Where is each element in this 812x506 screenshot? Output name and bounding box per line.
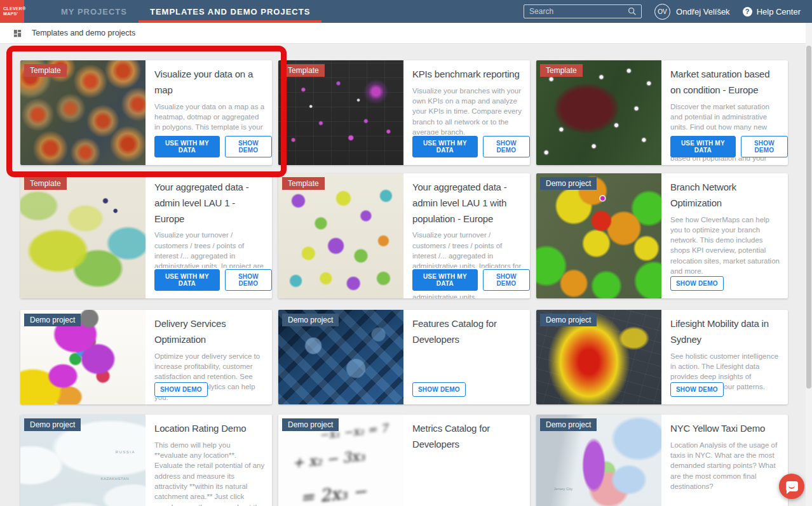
- card-actions: SHOW DEMO: [412, 381, 466, 397]
- card-badge: Demo project: [540, 177, 597, 190]
- card-actions: SHOW DEMO: [670, 275, 724, 291]
- search-input[interactable]: [528, 6, 627, 17]
- dashboard-icon[interactable]: [13, 29, 22, 38]
- card-badge: Demo project: [24, 314, 81, 326]
- help-center-link[interactable]: ? Help Center: [743, 7, 801, 17]
- project-thumbnail-delivery-zones: Demo project: [20, 310, 145, 404]
- project-card[interactable]: Demo projectLifesight Mobility data in S…: [536, 310, 788, 404]
- show-demo-button[interactable]: SHOW DEMO: [225, 136, 272, 157]
- project-card[interactable]: Demo projectBranch Network OptimizationS…: [536, 173, 788, 298]
- scrollbar-thumb[interactable]: [806, 46, 811, 389]
- project-thumbnail-hexagon-satellite: Demo project: [536, 173, 661, 298]
- project-card[interactable]: TemplateVisualize your data on a mapVisu…: [20, 60, 272, 165]
- card-actions: USE WITH MY DATASHOW DEMO: [670, 135, 788, 157]
- project-card[interactable]: Demo projectDelivery Services Optimizati…: [20, 310, 272, 404]
- project-card[interactable]: TemplateYour aggregated data - admin lev…: [20, 173, 272, 298]
- card-actions: USE WITH MY DATASHOW DEMO: [154, 268, 272, 291]
- card-content: Features Catalog for DevelopersSHOW DEMO: [403, 310, 530, 404]
- card-content: Metrics Catalog for Developers: [403, 415, 530, 506]
- project-card[interactable]: Demo projectJersey CityNYC Yellow Taxi D…: [536, 415, 788, 506]
- show-demo-button[interactable]: SHOW DEMO: [741, 136, 788, 157]
- card-title: Your aggregated data - admin level LAU 1…: [154, 180, 266, 227]
- project-thumbnail-heatmap-satellite: Template: [20, 60, 145, 165]
- card-badge: Demo project: [540, 418, 597, 431]
- show-demo-button[interactable]: SHOW DEMO: [154, 382, 208, 397]
- use-with-my-data-button[interactable]: USE WITH MY DATA: [412, 269, 478, 291]
- project-thumbnail-lego-photo: Demo project: [278, 310, 403, 404]
- card-title: Your aggregated data - admin level LAU 1…: [412, 180, 524, 227]
- thumbnail-map-label: KAZAKHSTAN: [100, 477, 129, 481]
- use-with-my-data-button[interactable]: USE WITH MY DATA: [412, 136, 478, 157]
- card-content: Visualize your data on a mapVisualize yo…: [145, 60, 272, 165]
- card-actions: USE WITH MY DATASHOW DEMO: [412, 135, 530, 157]
- thumbnail-map-label: + x₂ − 3x₃: [292, 448, 365, 471]
- card-badge: Demo project: [282, 314, 339, 326]
- card-title: Branch Network Optimization: [670, 180, 782, 211]
- tab-templates-and-demo-projects[interactable]: TEMPLATES AND DEMO PROJECTS: [139, 0, 321, 23]
- thumbnail-map-label: Jersey City: [554, 487, 573, 491]
- card-content: Location Rating DemoThis demo will help …: [145, 415, 272, 506]
- card-title: Visualize your data on a map: [154, 67, 266, 98]
- breadcrumb: Templates and demo projects: [32, 29, 135, 37]
- card-title: KPIs benchmark reporting: [412, 67, 524, 83]
- use-with-my-data-button[interactable]: USE WITH MY DATA: [154, 269, 220, 291]
- project-thumbnail-world-map: Demo projectArctic OceanRUSSIAKAZAKHSTAN…: [20, 415, 145, 506]
- use-with-my-data-button[interactable]: USE WITH MY DATA: [670, 136, 736, 157]
- show-demo-button[interactable]: SHOW DEMO: [225, 269, 272, 291]
- clevermaps-logo[interactable]: CLEVER® MAPS': [0, 0, 24, 23]
- card-content: KPIs benchmark reportingVisualize your b…: [403, 60, 530, 165]
- project-card[interactable]: Demo project−x₁ −x₂ = 7+ x₂ − 3x₃= 2x₃ −…: [278, 415, 530, 506]
- card-row: TemplateVisualize your data on a mapVisu…: [20, 60, 812, 165]
- card-description: See how CleverMaps can help you to optim…: [670, 215, 782, 277]
- topbar-right-group: OV Ondřej Velíšek ? Help Center: [524, 4, 812, 20]
- project-thumbnail-choropleth-light: Template: [20, 173, 145, 298]
- thumbnail-map-label: RUSSIA: [116, 450, 135, 454]
- chat-launcher-button[interactable]: [779, 474, 804, 499]
- scrollbar[interactable]: [806, 23, 812, 506]
- show-demo-button[interactable]: SHOW DEMO: [483, 269, 530, 291]
- search-box[interactable]: [524, 4, 642, 18]
- card-title: Market saturation based on condition - E…: [670, 67, 782, 98]
- thumbnail-map-label: = 2x₃ −: [299, 481, 368, 506]
- project-card[interactable]: TemplateMarket saturation based on condi…: [536, 60, 788, 165]
- project-thumbnail-choropleth-scatter: Template: [278, 173, 403, 298]
- card-content: Your aggregated data - admin level LAU 1…: [145, 173, 272, 298]
- tab-my-projects[interactable]: MY PROJECTS: [50, 0, 139, 23]
- show-demo-button[interactable]: SHOW DEMO: [670, 276, 724, 291]
- search-icon: [627, 6, 637, 17]
- card-badge: Template: [282, 64, 325, 77]
- card-actions: USE WITH MY DATASHOW DEMO: [412, 268, 530, 291]
- use-with-my-data-button[interactable]: USE WITH MY DATA: [154, 136, 220, 157]
- card-title: Delivery Services Optimization: [154, 316, 266, 348]
- card-badge: Demo project: [24, 418, 81, 431]
- show-demo-button[interactable]: SHOW DEMO: [670, 382, 724, 397]
- card-description: This demo will help you **evaluate any l…: [154, 440, 266, 506]
- card-content: Branch Network OptimizationSee how Cleve…: [661, 173, 788, 298]
- project-thumbnail-math-photo: Demo project−x₁ −x₂ = 7+ x₂ − 3x₃= 2x₃ −: [278, 415, 403, 506]
- project-thumbnail-nyc-zones: Demo projectJersey City: [536, 415, 661, 506]
- top-navigation-bar: CLEVER® MAPS' MY PROJECTS TEMPLATES AND …: [0, 0, 812, 23]
- card-description: Visualize your branches with your own KP…: [412, 86, 524, 138]
- card-row: Demo projectArctic OceanRUSSIAKAZAKHSTAN…: [20, 415, 812, 506]
- show-demo-button[interactable]: SHOW DEMO: [412, 382, 466, 397]
- card-description: Location Analysis of the usage of taxis …: [670, 440, 782, 492]
- project-card[interactable]: Demo projectArctic OceanRUSSIAKAZAKHSTAN…: [20, 415, 272, 506]
- breadcrumb-bar: Templates and demo projects: [0, 23, 812, 44]
- project-card[interactable]: TemplateYour aggregated data - admin lev…: [278, 173, 530, 298]
- card-content: Your aggregated data - admin level LAU 1…: [403, 173, 530, 298]
- card-actions: USE WITH MY DATASHOW DEMO: [154, 135, 272, 157]
- card-title: Metrics Catalog for Developers: [412, 421, 524, 453]
- help-icon: ?: [743, 7, 752, 17]
- project-card[interactable]: TemplateKPIs benchmark reportingVisualiz…: [278, 60, 530, 165]
- show-demo-button[interactable]: SHOW DEMO: [483, 136, 530, 157]
- project-thumbnail-sydney-heat: Demo project: [536, 310, 661, 404]
- logo-line1: CLEVER®: [3, 6, 24, 11]
- card-row: Demo projectDelivery Services Optimizati…: [20, 310, 812, 404]
- card-title: NYC Yellow Taxi Demo: [670, 421, 782, 437]
- project-card[interactable]: Demo projectFeatures Catalog for Develop…: [278, 310, 530, 404]
- card-title: Features Catalog for Developers: [412, 316, 524, 348]
- user-menu[interactable]: OV Ondřej Velíšek: [654, 4, 730, 20]
- card-badge: Demo project: [282, 418, 339, 431]
- card-row: TemplateYour aggregated data - admin lev…: [20, 173, 812, 298]
- card-actions: SHOW DEMO: [670, 381, 724, 397]
